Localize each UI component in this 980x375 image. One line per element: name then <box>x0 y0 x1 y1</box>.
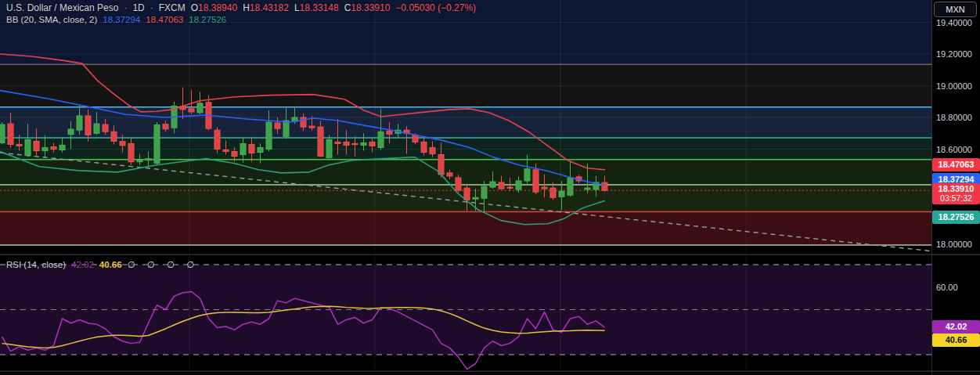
change-value: −0.05030 (−0.27%) <box>395 2 476 13</box>
symbol-title[interactable]: U.S. Dollar / Mexican Peso <box>6 2 118 13</box>
price-tick-label: 19.00000 <box>936 81 972 91</box>
rsi-tick-label: 60.00 <box>936 283 958 292</box>
symbol-legend: U.S. Dollar / Mexican Peso · 1D · FXCM O… <box>6 2 476 13</box>
price-tick-label: 18.60000 <box>936 145 972 154</box>
timeframe-label[interactable]: 1D <box>132 2 144 13</box>
separator-dot: · <box>124 2 127 13</box>
close-value: C18.33910 <box>344 2 391 13</box>
bb-upper-value: 18.47063 <box>146 15 183 24</box>
price-axis[interactable]: MXN 19.4000019.2000019.0000018.8000018.6… <box>932 0 980 375</box>
price-tick-label: 19.20000 <box>936 49 972 59</box>
price-badge: 18.47063 <box>932 158 980 171</box>
rsi-badge: 42.02 <box>932 320 980 334</box>
rsi-hidden-plots: ∅ ∅ ∅ ∅ <box>128 259 200 270</box>
rsi-ma-value: 40.66 <box>99 260 122 269</box>
bb-legend: BB (20, SMA, close, 2) 18.37294 18.47063… <box>6 15 226 24</box>
rsi-value: 42.02 <box>71 260 94 269</box>
high-value: H18.43182 <box>243 2 289 13</box>
bb-basis-value: 18.37294 <box>103 15 140 24</box>
exchange-label[interactable]: FXCM <box>159 2 186 13</box>
rsi-badge: 40.66 <box>932 334 980 347</box>
bb-indicator-title[interactable]: BB (20, SMA, close, 2) <box>6 15 97 24</box>
rsi-legend: RSI (14, close) 42.02 40.66 ∅ ∅ ∅ ∅ <box>6 259 199 270</box>
low-value: L18.33148 <box>294 2 339 13</box>
currency-toggle-button[interactable]: MXN <box>934 2 977 17</box>
chart-window: U.S. Dollar / Mexican Peso · 1D · FXCM O… <box>0 0 980 375</box>
price-tick-label: 18.80000 <box>936 113 972 122</box>
price-badge: 18.27526 <box>932 211 980 224</box>
open-value: O18.38940 <box>191 2 237 13</box>
price-chart-canvas[interactable] <box>0 0 980 375</box>
bb-lower-value: 18.27526 <box>189 15 226 24</box>
rsi-indicator-title[interactable]: RSI (14, close) <box>6 260 66 269</box>
separator-dot: · <box>150 2 153 13</box>
price-tick-label: 19.40000 <box>936 18 972 27</box>
price-tick-label: 18.00000 <box>936 240 972 249</box>
price-badge: 18.3391003:57:32 <box>932 183 980 204</box>
